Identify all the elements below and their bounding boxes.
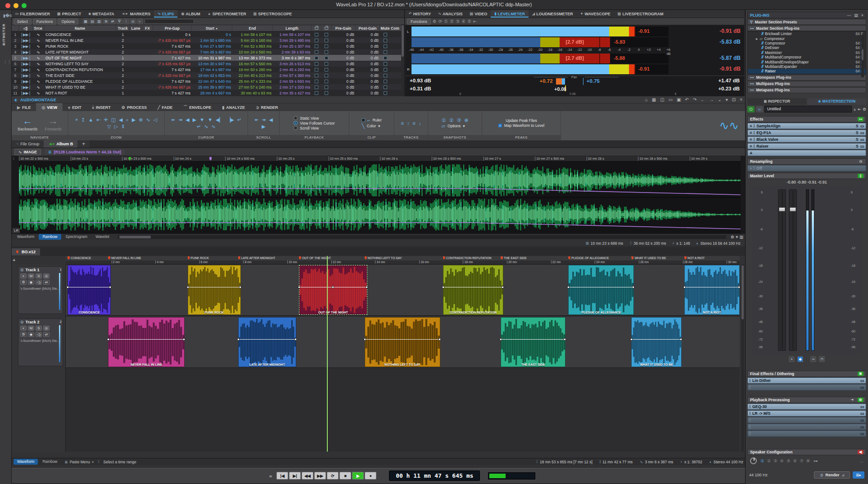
visibility-icon[interactable]: ◎ (43, 273, 50, 278)
snapshots-options-button[interactable]: ▱Options▾ (442, 123, 469, 129)
ruler-checkbox[interactable] (362, 118, 365, 122)
montage-clip[interactable]: THE EAST SIDE (501, 317, 565, 367)
stop-button[interactable]: ■ (339, 472, 351, 480)
playback-slot[interactable]: ⦙▭ (747, 417, 866, 423)
zoom-icon-12[interactable]: ▽ (107, 124, 111, 129)
lock2-checkbox[interactable] (325, 62, 328, 66)
link-channels-icon[interactable]: ∞ (810, 356, 816, 362)
cursor-icon-0[interactable]: ↞ (171, 117, 175, 122)
record-button[interactable]: ● (365, 472, 376, 480)
clock-icon[interactable]: ◷ (858, 159, 863, 164)
tab-project[interactable]: ▦PROJECT (54, 10, 85, 18)
wave-mode-icon-0[interactable]: ⚙ (731, 235, 734, 239)
track-lock-icon[interactable]: ▪ (20, 273, 27, 278)
tab-levelmeter[interactable]: ▮LEVELMETER (491, 10, 529, 18)
plugin-scroll-thumb[interactable] (862, 49, 863, 60)
col-header-14[interactable]: Post-Gain (356, 25, 380, 31)
bypass-effect-icon[interactable]: ▭ (860, 404, 864, 409)
plugin-item[interactable]: ///Brickwall Limiter64 F (748, 31, 866, 36)
clip-envelope-line[interactable] (365, 339, 440, 340)
lock-checkbox[interactable] (315, 80, 318, 83)
mute-checkbox[interactable] (384, 85, 387, 89)
envelope-handle[interactable] (632, 286, 634, 288)
right-fader-track[interactable] (789, 189, 797, 351)
lock-checkbox[interactable] (315, 74, 318, 77)
panel-layout-icon[interactable]: ▤ (854, 13, 858, 18)
mode-tab-wavelet[interactable]: Wavelet (92, 234, 113, 240)
ribbon-head-icon-2[interactable]: ◫ (660, 97, 664, 102)
left-fader-track[interactable] (778, 189, 786, 351)
zoom-icon-6[interactable]: ◀ (119, 117, 122, 122)
plugin-item[interactable]: ///MultibandEnvelopeShaper64 F (748, 59, 866, 64)
waveform-display[interactable] (19, 161, 741, 233)
tracks-icon-3[interactable]: ↓ (419, 121, 421, 126)
solo-button[interactable]: S (36, 326, 42, 331)
clip-envelope-line[interactable] (569, 287, 633, 287)
ribbon-head-icon-1[interactable]: ▦ (652, 97, 656, 102)
plugin-item[interactable]: ///Raiser64 F (748, 69, 866, 73)
clip-play-button[interactable]: | ▶▶ | (19, 31, 32, 37)
dither-grid-icon[interactable]: ⊞ (858, 372, 863, 376)
col-header-5[interactable]: Lane (130, 25, 142, 31)
track-opt-icon-2[interactable]: ◁) (36, 280, 42, 285)
plugin-group-metapass[interactable]: ⊶Metapass Plug-ins (747, 87, 866, 93)
lock2-checkbox[interactable] (325, 68, 328, 72)
tab-history[interactable]: ↶HISTORY (405, 10, 434, 18)
envelope-handle[interactable] (187, 286, 189, 288)
clip-play-button[interactable]: | ▶▶ | (19, 55, 32, 61)
envelope-handle[interactable] (366, 286, 368, 288)
tab-markers[interactable]: ◄►MARKERS (118, 10, 154, 18)
envelope-handle[interactable] (500, 338, 502, 341)
marker-violet-icon[interactable] (209, 157, 212, 161)
add-effect-slot[interactable]: + (747, 150, 866, 156)
effects-chain-icon[interactable]: ⊶ (858, 117, 863, 121)
clips-search-input[interactable] (145, 19, 194, 24)
monitor-icon[interactable]: ⊟ (858, 398, 863, 402)
add-montage-tab[interactable]: + (77, 140, 90, 148)
lock-checkbox[interactable] (315, 45, 318, 48)
montage-marker[interactable]: CONSCIENCE (68, 256, 91, 260)
col-header-2[interactable]: Srce (32, 25, 44, 31)
speaker-channel-5[interactable]: ⑤ (787, 458, 791, 463)
more-options-icon[interactable]: … (859, 459, 863, 463)
ribbon-tab-render[interactable]: ➲RENDER (250, 103, 284, 111)
zoom-icon-14[interactable]: ⇕ (121, 124, 125, 129)
cursor-icon-6[interactable]: ◀▏ (216, 117, 223, 122)
table-row[interactable]: 3| ▶▶ |∿PUNK ROCK17 s 427 ms5 mn 27 s 58… (12, 43, 404, 49)
effect-slot[interactable]: ≡⦙EQ-P1AS▭ (747, 130, 866, 136)
snapshot-icon-3[interactable]: ⊕ (464, 117, 468, 123)
col-header-4[interactable]: Track (116, 25, 130, 31)
scroll-icon-2[interactable]: ◀ (269, 117, 272, 122)
mute-checkbox[interactable] (384, 56, 387, 60)
envelope-handle[interactable] (630, 338, 633, 341)
meter-fn-icon-3[interactable]: ② (450, 19, 454, 24)
mute-checkbox[interactable] (384, 39, 387, 42)
final-effect-slot[interactable]: ⦙Lin Dither▭ (747, 377, 866, 384)
montage-ruler[interactable]: 2 mn4 mn6 mn8 mn10 mn12 mn14 mn16 mn18 m… (66, 260, 740, 264)
snapshot-icon-1[interactable]: ② (449, 117, 453, 123)
montage-clip[interactable]: NEVER FALL IN LINE (108, 317, 185, 367)
lock2-checkbox[interactable] (325, 45, 328, 48)
mute-checkbox[interactable] (384, 91, 387, 95)
bitmeter-label[interactable]: BITMETER (2, 23, 6, 45)
tracks-icon-1[interactable]: ↑ (407, 121, 410, 126)
playback-option-0[interactable]: Static View (294, 116, 335, 121)
table-row[interactable]: 1| ▶▶ |∿CONSCIENCE10 s0 s1 mn 58 s 107 m… (12, 31, 404, 37)
col-header-9[interactable]: End (232, 25, 273, 31)
snapshot-icon-0[interactable]: ① (442, 117, 446, 123)
clips-tool-icon-8[interactable]: ⌕ (137, 18, 143, 24)
track-opt-icon-3[interactable]: ⇌ (43, 280, 50, 285)
montage-marker[interactable]: WHAT IT USED TO BE (631, 256, 666, 260)
zoom-icon-0[interactable]: ⌖ (75, 117, 78, 122)
montage-marker-row[interactable]: CONSCIENCENEVER FALL IN LINEPUNK ROCKLAT… (66, 256, 740, 260)
playback-slot[interactable]: ⦙▭ (747, 430, 866, 437)
doc-tab-album-b[interactable]: ◄»Album B (44, 140, 77, 148)
meter-fn-icon-2[interactable]: ① (444, 19, 448, 24)
col-header-1[interactable]: ◁) (19, 25, 32, 31)
envelope-handle[interactable] (332, 286, 334, 288)
plugin-list-scrollbar[interactable] (861, 36, 864, 77)
envelope-handle[interactable] (502, 286, 504, 288)
montage-marker[interactable]: OUT OF THE NIGHT (299, 256, 331, 260)
functions-button[interactable]: Functions (33, 18, 57, 25)
update-peak-files-button[interactable]: Update Peak Files (498, 118, 544, 123)
